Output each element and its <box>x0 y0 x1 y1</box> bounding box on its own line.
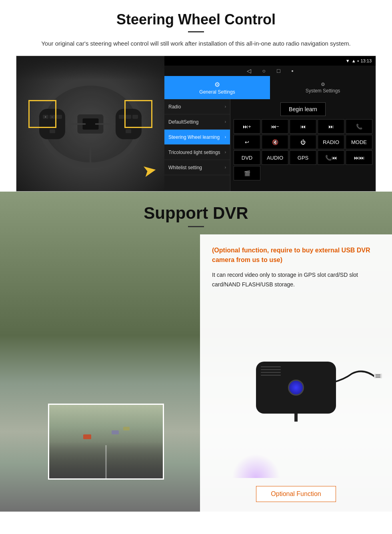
menu-default-arrow: › <box>225 120 226 124</box>
menu-item-steering-learning[interactable]: Steering Wheel learning › <box>164 130 230 145</box>
dvr-camera-area <box>212 298 380 478</box>
menu-whitelist-label: Whitelist setting <box>168 165 202 170</box>
menu-tricolour-label: Tricoloured light settings <box>168 150 220 155</box>
settings-tabs: ⚙ General Settings ⚙ System Settings <box>164 76 376 99</box>
steering-description: Your original car's steering wheel contr… <box>16 39 376 48</box>
menu-tricolour-arrow: › <box>225 150 226 154</box>
settings-content: Begin learn ⏭+ ⏮− ⏮ ⏭ 📞 ↩ 🔇 ⏻ R <box>230 99 376 191</box>
android-ui: ▼ ▲ ▪ 13:13 ◁ ○ □ ▪ ⚙ General Settings <box>164 56 376 191</box>
camera-lens <box>288 380 304 396</box>
usb-cable-svg <box>304 366 384 406</box>
time-display: 13:13 <box>360 58 372 63</box>
tab-general-settings[interactable]: ⚙ General Settings <box>164 76 270 99</box>
dvr-content: (Optional function, require to buy exter… <box>0 234 392 512</box>
svg-rect-2 <box>376 376 380 378</box>
back-nav-icon[interactable]: ◁ <box>247 68 251 74</box>
svg-rect-1 <box>376 374 380 376</box>
system-settings-icon: ⚙ <box>321 82 325 87</box>
menu-item-default[interactable]: DefaultSetting › <box>164 114 230 130</box>
tab-system-label: System Settings <box>306 88 340 94</box>
settings-menu: Radio › DefaultSetting › Steering Wheel … <box>164 99 230 191</box>
steering-bg: + − <box>16 56 164 192</box>
menu-item-radio[interactable]: Radio › <box>164 99 230 114</box>
begin-learn-button[interactable]: Begin learn <box>280 102 326 116</box>
optional-btn-area: Optional Function <box>212 486 380 502</box>
menu-radio-arrow: › <box>225 104 226 109</box>
ctrl-dvd-rec[interactable]: 🎬 <box>234 166 260 180</box>
tab-general-label: General Settings <box>199 89 235 95</box>
ctrl-dvd[interactable]: DVD <box>234 150 260 165</box>
menu-item-tricolour[interactable]: Tricoloured light settings › <box>164 145 230 160</box>
menu-whitelist-arrow: › <box>225 165 226 170</box>
steering-wheel-section: Steering Wheel Control Your original car… <box>0 0 392 192</box>
status-icons: ▼ ▲ ▪ 13:13 <box>346 58 372 63</box>
dvr-info-card: (Optional function, require to buy exter… <box>200 234 392 512</box>
ctrl-next-skip[interactable]: ⏭⏭ <box>346 150 372 165</box>
dvr-background: Support DVR (Optional function, require … <box>0 192 392 512</box>
menu-nav-icon[interactable]: ▪ <box>291 68 293 74</box>
ui-screenshot: + − <box>16 56 376 192</box>
menu-default-label: DefaultSetting <box>168 119 198 125</box>
ctrl-mode[interactable]: MODE <box>346 135 372 149</box>
android-nav-bar: ◁ ○ □ ▪ <box>164 66 376 76</box>
ctrl-radio[interactable]: RADIO <box>318 135 344 149</box>
page-title: Steering Wheel Control <box>16 11 376 28</box>
ctrl-mute[interactable]: 🔇 <box>262 135 288 149</box>
ctrl-power[interactable]: ⏻ <box>290 135 316 149</box>
dvr-title-area: Support DVR <box>0 192 392 234</box>
gear-icon: ⚙ <box>214 81 220 88</box>
control-button-grid: ⏭+ ⏮− ⏮ ⏭ 📞 ↩ 🔇 ⏻ RADIO MODE DVD AUDIO <box>234 119 372 180</box>
menu-radio-label: Radio <box>168 104 181 110</box>
dvr-divider <box>188 226 204 227</box>
recent-nav-icon[interactable]: □ <box>277 68 280 74</box>
ctrl-next-track[interactable]: ⏭ <box>318 119 344 134</box>
ctrl-gps[interactable]: GPS <box>290 150 316 165</box>
menu-item-whitelist[interactable]: Whitelist setting › <box>164 160 230 175</box>
settings-body: Radio › DefaultSetting › Steering Wheel … <box>164 99 376 191</box>
wifi-icon: ▼ <box>346 58 350 63</box>
optional-function-button[interactable]: Optional Function <box>256 486 336 502</box>
menu-steering-arrow: › <box>225 135 226 139</box>
ctrl-audio[interactable]: AUDIO <box>262 150 288 165</box>
dvr-description: It can record video only to storage in G… <box>212 270 380 290</box>
title-divider <box>188 31 204 32</box>
signal-icon: ▲ <box>352 58 356 63</box>
ctrl-vol-down[interactable]: ⏮− <box>262 119 288 134</box>
dvr-title: Support DVR <box>0 204 392 223</box>
tab-system-settings[interactable]: ⚙ System Settings <box>270 76 376 99</box>
battery-icon: ▪ <box>358 58 359 63</box>
dvr-optional-text: (Optional function, require to buy exter… <box>212 246 380 265</box>
ctrl-phone-prev[interactable]: 📞⏮ <box>318 150 344 165</box>
dvr-preview-inner <box>49 405 163 478</box>
steering-photo: + − <box>16 56 164 192</box>
android-status-bar: ▼ ▲ ▪ 13:13 <box>164 56 376 66</box>
ctrl-phone[interactable]: 📞 <box>346 119 372 134</box>
ctrl-back[interactable]: ↩ <box>234 135 260 149</box>
home-nav-icon[interactable]: ○ <box>262 68 266 74</box>
menu-steering-label: Steering Wheel learning <box>168 134 220 140</box>
ctrl-vol-up[interactable]: ⏭+ <box>234 119 260 134</box>
svg-rect-0 <box>374 374 382 378</box>
begin-learn-row: Begin learn <box>234 102 372 116</box>
ctrl-prev-track[interactable]: ⏮ <box>290 119 316 134</box>
dvr-preview-image <box>48 404 164 480</box>
dvr-section: Support DVR (Optional function, require … <box>0 192 392 512</box>
